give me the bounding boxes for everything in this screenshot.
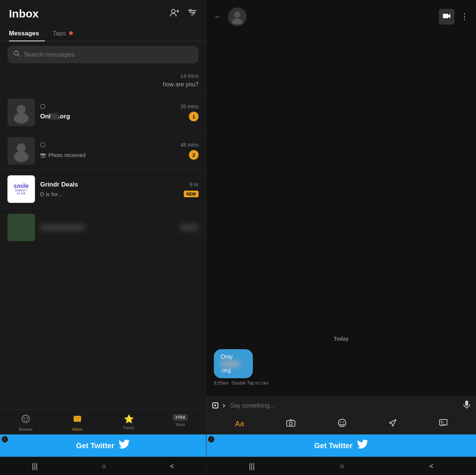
avatar-1: [7, 99, 35, 126]
date-divider: Today: [214, 336, 469, 342]
partial-last-item[interactable]: [0, 208, 206, 246]
more-options-button[interactable]: ⋮: [460, 12, 469, 22]
svg-line-9: [18, 55, 20, 57]
text-format-button[interactable]: Aa: [235, 420, 244, 428]
tabs-row: Messages Taps: [0, 26, 206, 41]
grindr-deals-item[interactable]: smile DIRECTCLUB Grindr Deals 9 hr D is …: [0, 170, 206, 208]
svg-point-10: [17, 105, 26, 114]
filter-icon[interactable]: [187, 8, 197, 19]
chat-input[interactable]: [230, 402, 459, 409]
camera-button[interactable]: [286, 419, 295, 428]
twitter-ad-left-wrapper: i Get Twitter: [0, 434, 206, 457]
search-container: [0, 41, 206, 68]
unread-badge-2: 2: [189, 150, 199, 160]
unread-indicator-2: [40, 142, 45, 147]
quote-button[interactable]: [439, 419, 447, 428]
message-time-2: 48 mins: [180, 142, 199, 148]
xtra-badge: XTRA: [173, 414, 187, 421]
info-icon-right[interactable]: i: [208, 436, 215, 443]
partial-message-item[interactable]: 14 mins how are you?: [0, 68, 206, 93]
svg-point-14: [23, 417, 25, 419]
message-item-1[interactable]: 26 mins Onlns.org 1: [0, 93, 206, 132]
svg-point-17: [232, 18, 242, 24]
unread-indicator-1: [40, 104, 45, 109]
grindr-deals-time: 9 hr: [190, 182, 199, 188]
inbox-title: Inbox: [9, 7, 39, 20]
message-content-1: 26 mins Onlns.org 1: [40, 103, 199, 121]
grindr-deals-content: Grindr Deals 9 hr D is for... NEW: [40, 181, 199, 197]
tab-taps[interactable]: Taps: [52, 26, 79, 41]
twitter-bird-right: [357, 440, 368, 452]
add-media-button[interactable]: [212, 402, 226, 410]
svg-point-25: [289, 422, 292, 425]
avatar-2: [7, 137, 35, 165]
chat-bubble: Only.org: [214, 349, 253, 378]
nav-faves[interactable]: ⭐ Faves: [103, 413, 155, 433]
search-input[interactable]: [24, 51, 193, 58]
android-menu-right[interactable]: |||: [249, 462, 255, 471]
header-icons: [170, 8, 197, 19]
svg-point-13: [14, 152, 29, 162]
left-panel: Inbox: [0, 0, 206, 475]
grindr-deals-preview: D is for...: [40, 191, 62, 197]
android-back-right[interactable]: <: [429, 462, 434, 471]
android-home-right[interactable]: ○: [340, 462, 344, 471]
svg-rect-18: [443, 14, 448, 18]
back-button[interactable]: ←: [214, 12, 222, 22]
message-content-2: 48 mins 📷 Photo received 2: [40, 142, 199, 160]
svg-point-7: [193, 12, 195, 14]
message-item-2[interactable]: 48 mins 📷 Photo received 2: [0, 132, 206, 170]
svg-point-0: [171, 9, 175, 13]
info-icon-left[interactable]: i: [1, 436, 8, 443]
right-panel: ← ⋮ Today Only.org: [206, 0, 476, 475]
chat-bubble-row: Only.org 8:55am Double Tap to Like: [214, 349, 469, 386]
android-back-left[interactable]: <: [170, 462, 174, 471]
android-menu-left[interactable]: |||: [32, 462, 38, 471]
twitter-ad-right[interactable]: Get Twitter: [206, 434, 476, 457]
svg-rect-29: [440, 420, 447, 425]
message-time-1: 26 mins: [180, 103, 199, 109]
android-nav-right: ||| ○ <: [206, 457, 476, 475]
svg-point-11: [14, 113, 29, 124]
svg-point-15: [26, 417, 28, 419]
video-call-button[interactable]: [439, 9, 454, 25]
inbox-icon: [73, 414, 82, 425]
send-location-button[interactable]: [389, 419, 397, 429]
faves-icon: ⭐: [124, 414, 134, 424]
partial-preview: how are you?: [163, 81, 199, 88]
avatar-last: [7, 214, 35, 241]
android-nav-left: ||| ○ <: [0, 457, 206, 475]
svg-rect-22: [465, 401, 468, 406]
nav-browse[interactable]: Browse: [0, 413, 52, 433]
store-label: Store: [176, 422, 185, 427]
nav-store[interactable]: XTRA Store: [155, 413, 206, 433]
twitter-ad-text-right: Get Twitter: [314, 441, 353, 450]
bottom-nav: Browse Inbox ⭐ Faves XTRA Store: [0, 409, 206, 434]
browse-label: Browse: [19, 427, 33, 431]
twitter-ad-text-left: Get Twitter: [76, 441, 115, 450]
chat-bubble-time: 8:55am Double Tap to Like: [214, 380, 270, 386]
search-icon: [13, 50, 20, 59]
add-people-icon[interactable]: [170, 8, 180, 19]
last-message-content: [40, 225, 199, 230]
messages-list: 14 mins how are you? 26 mins: [0, 68, 206, 409]
chat-input-row: [206, 396, 476, 415]
svg-point-27: [340, 422, 341, 423]
mic-button[interactable]: [463, 400, 470, 411]
new-badge: NEW: [184, 191, 199, 197]
faves-label: Faves: [123, 425, 134, 430]
svg-point-28: [343, 422, 344, 423]
chat-messages: Today Only.org 8:55am Double Tap to Like: [206, 32, 476, 396]
nav-inbox[interactable]: Inbox: [52, 413, 103, 433]
partial-time: 14 mins: [180, 73, 199, 79]
tab-messages[interactable]: Messages: [9, 26, 45, 41]
twitter-ad-left[interactable]: Get Twitter: [0, 434, 206, 457]
chat-avatar: [228, 7, 247, 26]
svg-point-6: [190, 10, 192, 12]
message-name-1: Onlns.org: [40, 113, 70, 120]
search-box[interactable]: [7, 46, 199, 63]
android-home-left[interactable]: ○: [102, 462, 106, 471]
svg-point-12: [17, 143, 26, 152]
inbox-header: Inbox: [0, 0, 206, 26]
emoji-button[interactable]: [338, 418, 347, 429]
